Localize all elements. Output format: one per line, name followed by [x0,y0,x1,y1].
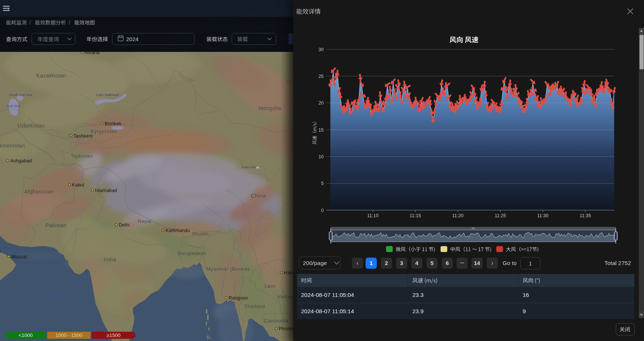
svg-text:25: 25 [318,74,324,79]
svg-text:11:20: 11:20 [452,213,463,218]
svg-text:11:30: 11:30 [537,213,548,218]
svg-text:11:15: 11:15 [410,213,421,218]
svg-text:2024: 2024 [126,36,138,42]
svg-text:0: 0 [321,208,324,213]
svg-text:11:35: 11:35 [580,213,591,218]
svg-text:11:25: 11:25 [495,213,506,218]
svg-text:/: / [29,20,31,26]
svg-text:10: 10 [318,154,324,159]
svg-text:5: 5 [321,181,324,186]
svg-text:11:10: 11:10 [367,213,378,218]
svg-text:30: 30 [318,47,324,52]
svg-text:20: 20 [318,100,324,106]
svg-text:/: / [69,20,70,26]
svg-text:15: 15 [318,128,324,133]
